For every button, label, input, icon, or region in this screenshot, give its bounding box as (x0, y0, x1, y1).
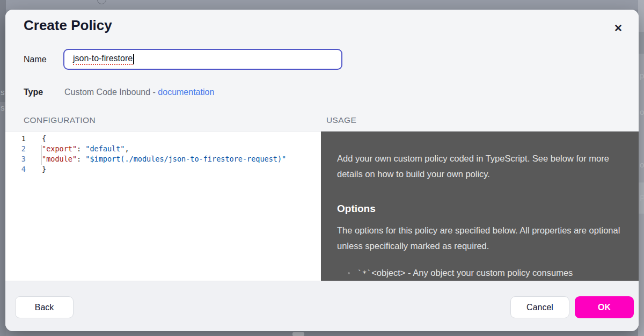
text-caret (133, 54, 134, 64)
background-text-fragment: p (640, 71, 644, 80)
background-shape (292, 332, 304, 336)
usage-panel: Add your own custom policy coded in Type… (321, 132, 639, 281)
usage-header: USAGE (326, 115, 356, 125)
name-input-value: json-to-firestore (73, 54, 133, 65)
page-title: Create Policy (24, 17, 112, 34)
page-background: s s p o o P Create Policy ✕ Name json-to… (0, 0, 644, 336)
code-editor[interactable]: 1{2"export": "default",3"module": "$impo… (5, 132, 321, 281)
type-label: Type (24, 87, 43, 97)
create-policy-modal: Create Policy ✕ Name json-to-firestore T… (5, 10, 639, 331)
background-text-fragment: s (1, 87, 5, 97)
configuration-header: CONFIGURATION (24, 115, 96, 125)
bullet-dot-icon (348, 272, 350, 274)
option-list-item: `*` <object> - Any object your custom po… (337, 268, 623, 278)
close-icon[interactable]: ✕ (614, 23, 623, 33)
ok-button[interactable]: OK (575, 296, 634, 318)
background-text-fragment: s (1, 103, 5, 112)
background-text-fragment: o (640, 160, 644, 169)
type-value-text: Custom Code Inbound - (64, 87, 158, 97)
modal-body-section: 1{2"export": "default",3"module": "$impo… (5, 132, 639, 281)
option-text: <object> - Any object your custom policy… (371, 268, 573, 278)
options-heading: Options (337, 203, 623, 215)
back-button[interactable]: Back (15, 296, 74, 318)
cancel-button[interactable]: Cancel (510, 296, 569, 318)
usage-intro-text: Add your own custom policy coded in Type… (337, 151, 623, 182)
background-text-fragment: o (640, 107, 644, 116)
background-top-band (0, 0, 644, 10)
indent-guide (41, 145, 42, 165)
type-value: Custom Code Inbound - documentation (64, 87, 214, 97)
name-label: Name (24, 55, 47, 64)
background-right-row (638, 32, 644, 54)
option-code: `*` (357, 269, 371, 277)
background-text-fragment: P (640, 193, 644, 202)
options-description: The options for this policy are specifie… (337, 223, 623, 254)
documentation-link[interactable]: documentation (158, 87, 214, 97)
modal-header-section: Create Policy ✕ Name json-to-firestore T… (5, 10, 639, 132)
name-input[interactable]: json-to-firestore (63, 49, 342, 70)
modal-footer-section: Back Cancel OK (5, 281, 639, 331)
code-lines: 1{2"export": "default",3"module": "$impo… (5, 134, 321, 174)
